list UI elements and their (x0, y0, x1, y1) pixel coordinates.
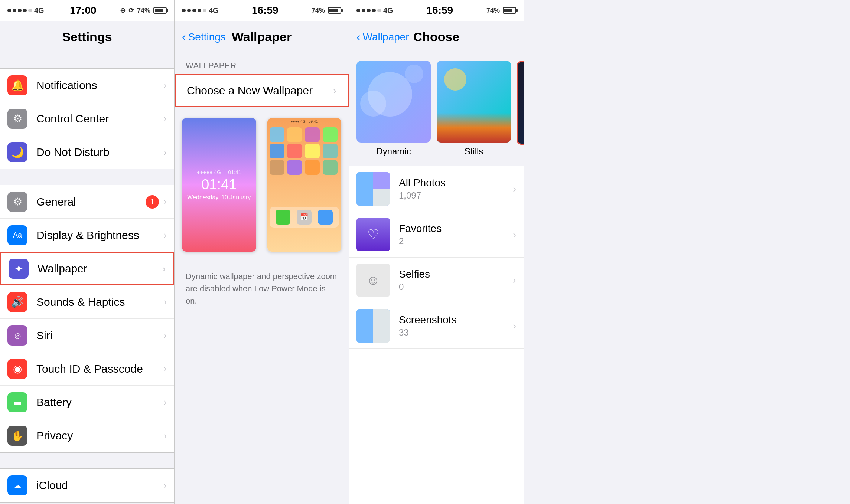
wallpaper-icon: ✦ (9, 259, 29, 279)
sidebar-item-siri[interactable]: ◎ Siri › (0, 319, 174, 352)
all-photos-thumb (356, 172, 390, 206)
back-button-3[interactable]: ‹ Wallpaper (356, 30, 409, 44)
back-chevron-2: ‹ (182, 30, 186, 44)
dnd-chevron: › (163, 147, 167, 158)
homescreen-preview[interactable]: ●●●● 4G 09:41 📅 (267, 118, 342, 252)
sidebar-item-sounds[interactable]: 🔊 Sounds & Haptics › (0, 285, 174, 319)
album-favorites[interactable]: ♡ Favorites 2 › (349, 212, 524, 258)
category-live[interactable]: Live (517, 61, 524, 159)
status-bar-2: 4G 16:59 74% (175, 0, 349, 21)
battery-text-1: 74% (137, 7, 150, 14)
choose-wallpaper-row[interactable]: Choose a New Wallpaper › (175, 74, 349, 107)
wallpaper-previews: ●●●●● 4G 01:41 01:41 Wednesday, 10 Janua… (175, 107, 349, 263)
notifications-icon: 🔔 (7, 75, 27, 95)
homescreen-bg: ●●●● 4G 09:41 📅 (267, 118, 342, 252)
time-3: 16:59 (427, 4, 453, 16)
control-center-icon: ⚙ (7, 109, 27, 129)
sidebar-item-notifications[interactable]: 🔔 Notifications › (0, 69, 174, 102)
battery-settings-icon: ▬ (7, 392, 27, 412)
dnd-label: Do Not Disturb (36, 146, 163, 158)
choose-wallpaper-chevron: › (333, 85, 336, 96)
selfies-preview: ☺ (356, 264, 390, 297)
sounds-label: Sounds & Haptics (36, 296, 163, 308)
status-right-2: 74% (312, 7, 341, 14)
favorites-thumb: ♡ (356, 218, 390, 251)
wallpaper-section-label: WALLPAPER (175, 53, 349, 74)
back-label-3: Wallpaper (363, 31, 409, 43)
category-stills[interactable]: Stills (437, 61, 511, 159)
category-dynamic[interactable]: Dynamic (356, 61, 431, 159)
selfies-info: Selfies 0 (399, 268, 513, 292)
back-label-2: Settings (188, 31, 226, 43)
back-button-2[interactable]: ‹ Settings (182, 30, 226, 44)
privacy-label: Privacy (36, 429, 163, 442)
siri-label: Siri (36, 329, 163, 342)
wallpaper-categories: Dynamic Stills (349, 53, 524, 163)
stills-preview (437, 61, 511, 143)
fish-bg (518, 62, 524, 144)
time-2: 16:59 (252, 4, 279, 16)
touchid-icon: ◉ (7, 359, 27, 379)
general-chevron: › (163, 196, 167, 207)
general-label: General (36, 196, 146, 208)
sidebar-item-privacy[interactable]: ✋ Privacy › (0, 419, 174, 452)
album-selfies[interactable]: ☺ Selfies 0 › (349, 258, 524, 303)
battery-chevron: › (163, 396, 167, 408)
screenshots-chevron: › (513, 320, 516, 332)
touchid-chevron: › (163, 363, 167, 374)
sounds-icon: 🔊 (7, 292, 27, 312)
settings-panel: 4G 17:00 ⊕ ⟳ 74% Settings 🔔 Notification… (0, 0, 175, 504)
album-screenshots[interactable]: Screenshots 33 › (349, 303, 524, 349)
lockscreen-time: 01:41 (201, 177, 237, 193)
album-all-photos[interactable]: All Photos 1,097 › (349, 166, 524, 212)
battery-fill-1 (155, 9, 163, 12)
favorites-info: Favorites 2 (399, 223, 513, 246)
section-3: ☁ iCloud › (0, 468, 174, 503)
lockscreen-date: Wednesday, 10 January (187, 194, 251, 201)
stills-thumb (437, 61, 511, 143)
status-left-1: 4G (7, 6, 46, 15)
sidebar-item-do-not-disturb[interactable]: 🌙 Do Not Disturb › (0, 135, 174, 169)
wallpaper-note: Dynamic wallpaper and perspective zoom a… (175, 263, 349, 314)
sidebar-item-touchid[interactable]: ◉ Touch ID & Passcode › (0, 352, 174, 386)
battery-pct-2: 74% (312, 7, 325, 14)
nav-bar-3: ‹ Wallpaper Choose (349, 21, 524, 53)
notifications-chevron: › (163, 79, 167, 91)
signal-dots-3 (356, 9, 381, 12)
nav-title-1: Settings (62, 30, 112, 44)
sidebar-item-wallpaper[interactable]: ✦ Wallpaper › (0, 252, 174, 285)
battery-icon-2 (328, 7, 341, 14)
status-left-3: 4G (356, 6, 393, 15)
siri-chevron: › (163, 330, 167, 341)
favorites-preview: ♡ (356, 218, 390, 251)
wallpaper-panel: 4G 16:59 74% ‹ Settings Wallpaper WALLPA… (175, 0, 349, 504)
sidebar-item-battery[interactable]: ▬ Battery › (0, 386, 174, 419)
dot2 (13, 9, 16, 12)
lockscreen-preview[interactable]: ●●●●● 4G 01:41 01:41 Wednesday, 10 Janua… (182, 118, 256, 252)
selfies-count: 0 (399, 282, 513, 292)
signal-dots-1 (7, 9, 32, 12)
time-1: 17:00 (70, 4, 97, 16)
sidebar-item-control-center[interactable]: ⚙ Control Center › (0, 102, 174, 135)
all-photos-preview (356, 172, 390, 206)
all-photos-count: 1,097 (399, 190, 513, 201)
display-label: Display & Brightness (36, 229, 163, 242)
wallpaper-chevron: › (162, 263, 166, 275)
status-bar-3: 4G 16:59 74% (349, 0, 524, 21)
albums-list: All Photos 1,097 › ♡ Favorites 2 › ☺ (349, 166, 524, 504)
sidebar-item-general[interactable]: ⚙ General 1 › (0, 185, 174, 219)
battery-icon-3 (503, 7, 516, 14)
dynamic-preview (356, 61, 431, 143)
general-badge: 1 (146, 195, 159, 209)
privacy-icon: ✋ (7, 426, 27, 446)
all-photos-name: All Photos (399, 177, 513, 189)
favorites-chevron: › (513, 229, 516, 240)
nav-title-2: Wallpaper (232, 30, 292, 44)
battery-icon-1 (153, 7, 167, 14)
sidebar-item-display[interactable]: Aa Display & Brightness › (0, 219, 174, 252)
icloud-chevron: › (163, 480, 167, 491)
signal-dots-2 (182, 9, 206, 12)
siri-icon: ◎ (7, 325, 27, 346)
sidebar-item-icloud[interactable]: ☁ iCloud › (0, 469, 174, 502)
general-icon: ⚙ (7, 192, 27, 212)
